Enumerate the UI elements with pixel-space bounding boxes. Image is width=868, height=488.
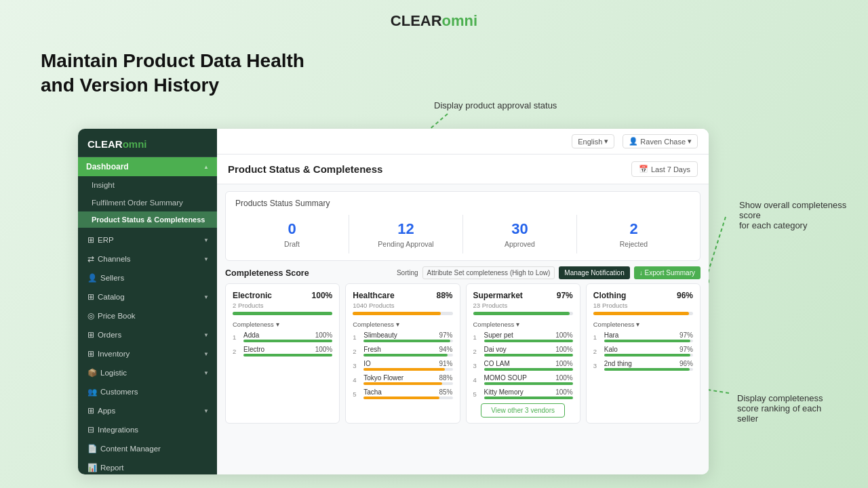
date-filter[interactable]: 📅 Last 7 Days — [631, 161, 698, 177]
main-scroll[interactable]: Products Status Summary 0 Draft 12 Pendi… — [217, 184, 709, 474]
language-selector[interactable]: English ▾ — [572, 134, 614, 148]
app-window: CLEARomni Dashboard ▲ Insight Fulfilment… — [78, 129, 709, 474]
vendor-row: 1 Hara 97% — [593, 331, 693, 342]
status-card-pending: 12 Pending Approval — [349, 215, 463, 253]
categories-grid: Electronic 100% 2 Products Completeness … — [217, 283, 709, 429]
view-others-button-wrap: View other 3 vendors — [473, 403, 573, 418]
sidebar-item-insight[interactable]: Insight — [78, 176, 217, 194]
sidebar-item-product-status[interactable]: Product Status & Completeness — [78, 211, 217, 228]
status-summary-title: Products Status Summary — [235, 199, 690, 208]
category-card-electronic: Electronic 100% 2 Products Completeness … — [225, 283, 340, 424]
hero-text: Maintain Product Data Health and Version… — [41, 49, 304, 98]
status-card-approved: 30 Approved — [463, 215, 577, 253]
vendor-row: 4 Tokyo Flower 88% — [353, 374, 452, 385]
sidebar-group-report[interactable]: 📊Report — [78, 458, 217, 474]
vendor-row: 2 Kalo 97% — [593, 346, 693, 357]
page-header: Product Status & Completeness 📅 Last 7 D… — [217, 155, 709, 184]
app-header: English ▾ 👤Raven Chase ▾ — [217, 129, 709, 155]
annotation-ranking: Display completenessscore ranking of eac… — [737, 393, 849, 424]
vendor-row: 3 2nd thing 96% — [593, 360, 693, 371]
sidebar-item-fulfilment[interactable]: Fulfilment Order Summary — [78, 194, 217, 211]
sidebar-group-logistic[interactable]: 📦Logistic ▼ — [78, 363, 217, 382]
vendor-row: 3 CO LAM 100% — [473, 360, 573, 371]
vendor-row: 2 Fresh 94% — [353, 346, 452, 357]
export-summary-button[interactable]: ↓ Export Summary — [634, 266, 701, 279]
vendor-row: 2 Dai voy 100% — [473, 346, 573, 357]
sidebar-group-customers[interactable]: 👥Customers — [78, 382, 217, 401]
vendor-row: 5 Kitty Memory 100% — [473, 388, 573, 399]
main-content: English ▾ 👤Raven Chase ▾ Product Status … — [217, 129, 709, 474]
user-menu[interactable]: 👤Raven Chase ▾ — [623, 134, 698, 148]
sidebar: CLEARomni Dashboard ▲ Insight Fulfilment… — [78, 129, 217, 474]
vendor-row: 1 Super pet 100% — [473, 331, 573, 342]
vendor-row: 3 IO 91% — [353, 360, 452, 371]
category-card-healthcare: Healthcare 88% 1040 Products Completenes… — [345, 283, 460, 424]
sidebar-group-erp[interactable]: ⊞ERP ▼ — [78, 230, 217, 249]
sidebar-group-integrations[interactable]: ⊟Integrations — [78, 420, 217, 439]
sidebar-group-pricebook[interactable]: ◎Price Book — [78, 306, 217, 325]
annotation-completeness: Show overall completeness scorefor each … — [739, 200, 848, 230]
sidebar-group-catalog[interactable]: ⊞Catalog ▼ — [78, 287, 217, 306]
sidebar-section-dashboard[interactable]: Dashboard ▲ — [78, 157, 217, 176]
sidebar-group-sellers[interactable]: 👤Sellers — [78, 268, 217, 287]
status-summary: Products Status Summary 0 Draft 12 Pendi… — [225, 191, 701, 261]
vendor-row: 2 Electro 100% — [233, 346, 332, 357]
sidebar-group-channels[interactable]: ⇄Channels ▼ — [78, 249, 217, 268]
sidebar-group-apps[interactable]: ⊞Apps ▼ — [78, 401, 217, 420]
sidebar-group-orders[interactable]: ⊞Orders ▼ — [78, 325, 217, 344]
completeness-title: Completeness Score — [225, 268, 309, 278]
vendor-row: 4 MOMO SOUP 100% — [473, 374, 573, 385]
vendor-row: 5 Tacha 85% — [353, 388, 452, 399]
status-card-draft: 0 Draft — [235, 215, 349, 253]
view-others-button[interactable]: View other 3 vendors — [481, 403, 565, 418]
manage-notification-button[interactable]: Manage Notification — [559, 266, 629, 279]
status-card-rejected: 2 Rejected — [577, 215, 690, 253]
sidebar-logo: CLEARomni — [78, 129, 217, 157]
category-card-supermarket: Supermarket 97% 23 Products Completeness… — [466, 283, 580, 424]
page-title: Product Status & Completeness — [228, 163, 382, 175]
top-logo: CLEARomni — [0, 0, 868, 37]
category-card-clothing: Clothing 96% 18 Products Completeness ▾ … — [586, 283, 701, 424]
status-cards: 0 Draft 12 Pending Approval 30 Approved … — [235, 215, 690, 253]
sidebar-group-inventory[interactable]: ⊞Inventory ▼ — [78, 344, 217, 363]
annotation-approval: Display product approval status — [434, 100, 557, 110]
vendor-row: 1 Adda 100% — [233, 331, 332, 342]
completeness-controls: Sorting Attribute Set completeness (High… — [397, 266, 701, 279]
sidebar-group-content-manager[interactable]: 📄Content Manager — [78, 439, 217, 458]
vendor-row: 1 Slimbeauty 97% — [353, 331, 452, 342]
completeness-header: Completeness Score Sorting Attribute Set… — [217, 261, 709, 283]
